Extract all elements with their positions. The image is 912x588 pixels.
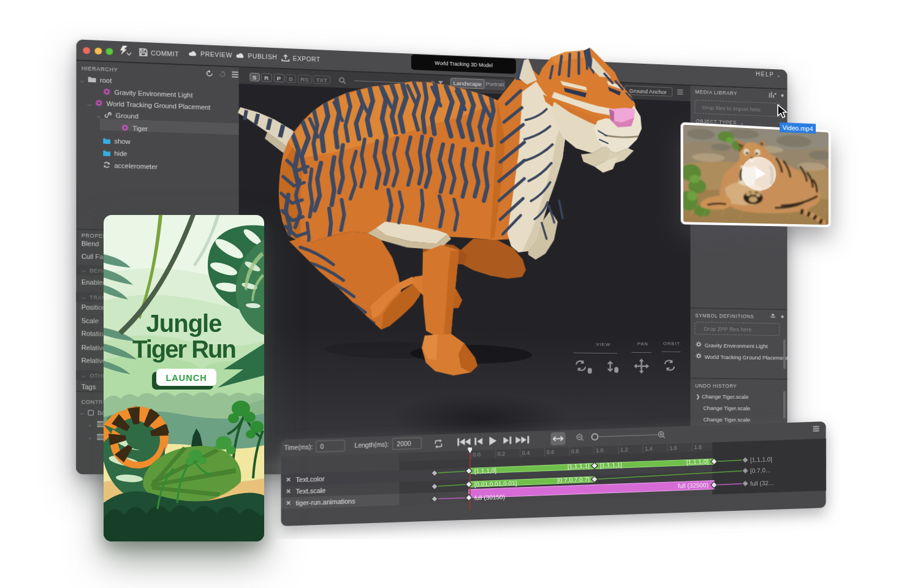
svg-text:[1,1,1,1]: [1,1,1,1] bbox=[568, 462, 590, 470]
svg-text:Tiger Run: Tiger Run bbox=[132, 336, 235, 363]
svg-text:[0.01,0.01,0.01]: [0.01,0.01,0.01] bbox=[474, 480, 517, 488]
svg-text:1.6: 1.6 bbox=[669, 445, 677, 451]
svg-text:0.8: 0.8 bbox=[571, 448, 579, 454]
svg-text:1.2: 1.2 bbox=[620, 447, 628, 453]
svg-text:[1,1,1,0]: [1,1,1,0] bbox=[750, 456, 773, 463]
svg-text:1.0: 1.0 bbox=[596, 448, 604, 454]
svg-text:full (32...: full (32... bbox=[750, 480, 774, 487]
svg-text:[1,1,1,0]: [1,1,1,0] bbox=[474, 467, 497, 475]
svg-text:full (32500): full (32500) bbox=[678, 481, 709, 489]
svg-text:full (30150): full (30150) bbox=[474, 494, 505, 502]
svg-text:0.4: 0.4 bbox=[522, 450, 530, 456]
svg-text:✕: ✕ bbox=[286, 488, 291, 494]
svg-text:✕: ✕ bbox=[286, 476, 291, 483]
svg-text:0.0: 0.0 bbox=[473, 452, 481, 458]
svg-text:1.4: 1.4 bbox=[645, 446, 653, 452]
svg-text:1.8: 1.8 bbox=[694, 444, 702, 450]
svg-text:Text.color: Text.color bbox=[296, 475, 325, 484]
svg-text:2000: 2000 bbox=[397, 440, 412, 448]
svg-text:Text.scale: Text.scale bbox=[296, 487, 326, 496]
svg-text:0.6: 0.6 bbox=[547, 449, 555, 455]
svg-text:Jungle: Jungle bbox=[146, 310, 222, 337]
svg-text:✕: ✕ bbox=[286, 500, 291, 507]
svg-text:Length(ms):: Length(ms): bbox=[355, 440, 389, 449]
svg-text:0.2: 0.2 bbox=[498, 451, 506, 457]
svg-text:LAUNCH: LAUNCH bbox=[165, 373, 207, 383]
svg-text:[1,1,1,0]: [1,1,1,0] bbox=[686, 458, 709, 466]
svg-text:0: 0 bbox=[321, 443, 324, 450]
svg-text:[1,1,1,1]: [1,1,1,1] bbox=[600, 461, 623, 469]
svg-text:Time(ms):: Time(ms): bbox=[284, 443, 313, 451]
svg-text:[0.7,0...: [0.7,0... bbox=[750, 467, 771, 474]
svg-text:[0.7,0.7,0.7]: [0.7,0.7,0.7] bbox=[557, 476, 590, 484]
